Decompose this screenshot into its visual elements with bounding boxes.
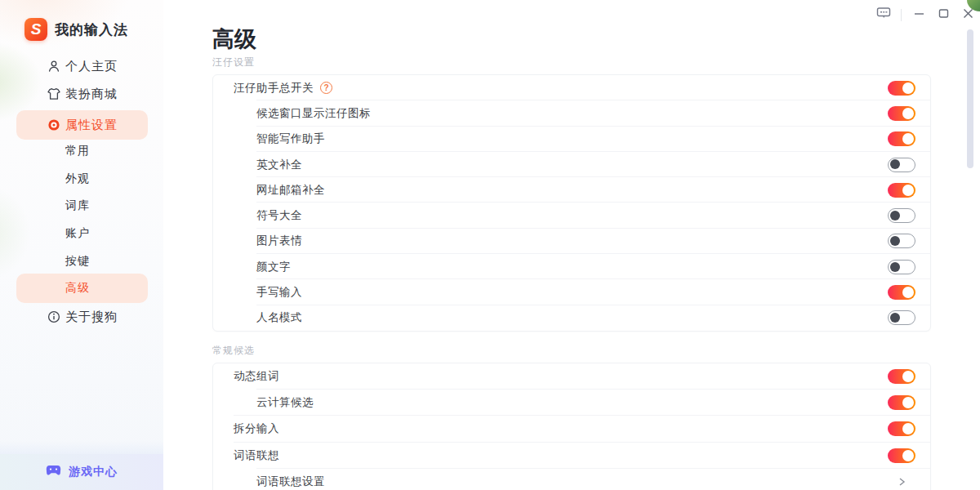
person-icon — [47, 60, 60, 73]
toggle-knob — [902, 133, 914, 145]
minimize-button[interactable] — [906, 2, 931, 27]
section-label: 常规候选 — [212, 344, 931, 358]
sidebar-subitem-account[interactable]: 账户 — [0, 222, 163, 245]
info-icon — [47, 310, 60, 323]
settings-row: 智能写作助手 — [213, 127, 930, 152]
toggle-off[interactable] — [888, 208, 915, 223]
toggle-off[interactable] — [888, 234, 915, 248]
settings-row: 拆分输入 — [213, 416, 930, 442]
sidebar-subitem-label: 按键 — [65, 254, 90, 269]
close-icon — [963, 7, 973, 22]
toggle-knob — [902, 287, 914, 298]
sidebar-item-about[interactable]: 关于搜狗 — [0, 305, 163, 328]
toggle-knob — [902, 423, 914, 434]
help-icon[interactable]: ? — [320, 82, 332, 94]
toggle-on[interactable] — [888, 183, 915, 198]
sidebar-subitem-label: 外观 — [65, 172, 90, 186]
sogou-logo: S — [24, 18, 47, 41]
section-label: 汪仔设置 — [212, 56, 931, 69]
setting-label: 图片表情 — [256, 234, 302, 248]
toggle-knob — [902, 108, 914, 119]
sidebar-subitem-label: 常用 — [65, 144, 90, 158]
toggle-knob — [890, 211, 900, 220]
settings-row: 颜文字 — [213, 254, 930, 279]
donut-gear-icon — [47, 118, 60, 131]
sidebar-subitem-label: 词库 — [65, 198, 90, 213]
settings-row: 网址邮箱补全 — [213, 177, 930, 203]
sidebar-item-label: 关于搜狗 — [65, 310, 118, 325]
feedback-button[interactable] — [871, 2, 896, 27]
toggle-knob — [902, 82, 914, 94]
setting-label: 汪仔助手总开关 — [234, 81, 314, 96]
setting-label: 符号大全 — [256, 208, 302, 223]
setting-label: 云计算候选 — [256, 395, 314, 410]
settings-row: 手写输入 — [213, 279, 930, 305]
toggle-off[interactable] — [888, 310, 915, 325]
settings-row: 词语联想 — [213, 443, 930, 469]
settings-card: 汪仔助手总开关?候选窗口显示汪仔图标智能写作助手英文补全网址邮箱补全符号大全图片… — [212, 74, 931, 332]
toggle-off[interactable] — [888, 260, 915, 274]
scrollbar-thumb[interactable] — [967, 29, 973, 168]
app-title: 我的输入法 — [55, 20, 128, 39]
setting-label: 手写输入 — [256, 285, 302, 300]
toggle-knob — [902, 185, 914, 196]
maximize-icon — [938, 7, 949, 22]
setting-label: 英文补全 — [256, 158, 302, 172]
toggle-on[interactable] — [888, 369, 915, 384]
main-content: 高级 汪仔设置汪仔助手总开关?候选窗口显示汪仔图标智能写作助手英文补全网址邮箱补… — [163, 0, 980, 490]
titlebar — [871, 0, 980, 29]
tshirt-icon — [47, 87, 60, 100]
toggle-on[interactable] — [888, 448, 915, 463]
settings-row: 英文补全 — [213, 152, 930, 177]
setting-label: 颜文字 — [256, 260, 291, 274]
toggle-on[interactable] — [888, 421, 915, 436]
sidebar: S 我的输入法 个人主页 装扮商城 — [0, 0, 163, 490]
toggle-knob — [890, 262, 900, 272]
settings-row: 图片表情 — [213, 229, 930, 254]
sidebar-item-label: 个人主页 — [65, 59, 118, 74]
toggle-knob — [902, 397, 914, 408]
settings-card: 动态组词云计算候选拆分输入词语联想词语联想设置 — [212, 363, 931, 490]
sidebar-item-shop[interactable]: 装扮商城 — [0, 82, 163, 105]
app-logo-row: S 我的输入法 — [24, 18, 128, 41]
setting-label: 拆分输入 — [234, 421, 279, 436]
sidebar-item-label: 装扮商城 — [65, 87, 118, 102]
toggle-off[interactable] — [888, 158, 915, 172]
gamepad-icon — [46, 465, 61, 479]
setting-label: 候选窗口显示汪仔图标 — [256, 106, 371, 121]
toggle-on[interactable] — [888, 285, 915, 300]
settings-row: 汪仔助手总开关? — [213, 75, 930, 100]
settings-row: 动态组词 — [213, 363, 930, 390]
toggle-knob — [902, 450, 914, 461]
app-window: S 我的输入法 个人主页 装扮商城 — [0, 0, 980, 490]
toggle-on[interactable] — [888, 395, 915, 410]
sidebar-subitem-lexicon[interactable]: 词库 — [0, 194, 163, 217]
sidebar-subitem-common[interactable]: 常用 — [0, 140, 163, 163]
page-title: 高级 — [212, 24, 256, 54]
sidebar-item-settings[interactable]: 属性设置 — [0, 114, 163, 136]
maximize-button[interactable] — [931, 2, 956, 27]
setting-label: 词语联想设置 — [256, 474, 325, 489]
game-center-label: 游戏中心 — [69, 465, 118, 479]
settings-row: 符号大全 — [213, 203, 930, 228]
sidebar-subitem-advanced[interactable]: 高级 — [0, 277, 163, 300]
toggle-knob — [890, 313, 900, 323]
sidebar-subitem-keys[interactable]: 按键 — [0, 250, 163, 273]
minimize-icon — [914, 7, 924, 22]
settings-row: 候选窗口显示汪仔图标 — [213, 100, 930, 126]
close-button[interactable] — [956, 2, 980, 27]
setting-label: 人名模式 — [256, 310, 302, 325]
sidebar-item-label: 属性设置 — [65, 118, 118, 133]
setting-label: 网址邮箱补全 — [256, 183, 325, 198]
chevron-right-icon[interactable] — [888, 476, 915, 488]
game-center-button[interactable]: 游戏中心 — [0, 454, 163, 490]
setting-label: 词语联想 — [234, 448, 279, 463]
sidebar-subitem-label: 高级 — [65, 281, 90, 296]
sidebar-subitem-appearance[interactable]: 外观 — [0, 167, 163, 190]
sidebar-item-profile[interactable]: 个人主页 — [0, 55, 163, 78]
settings-row: 词语联想设置 — [213, 469, 930, 490]
speech-bubble-dots-icon — [876, 7, 891, 23]
toggle-on[interactable] — [888, 106, 915, 121]
toggle-on[interactable] — [888, 131, 915, 146]
toggle-on[interactable] — [888, 81, 915, 96]
